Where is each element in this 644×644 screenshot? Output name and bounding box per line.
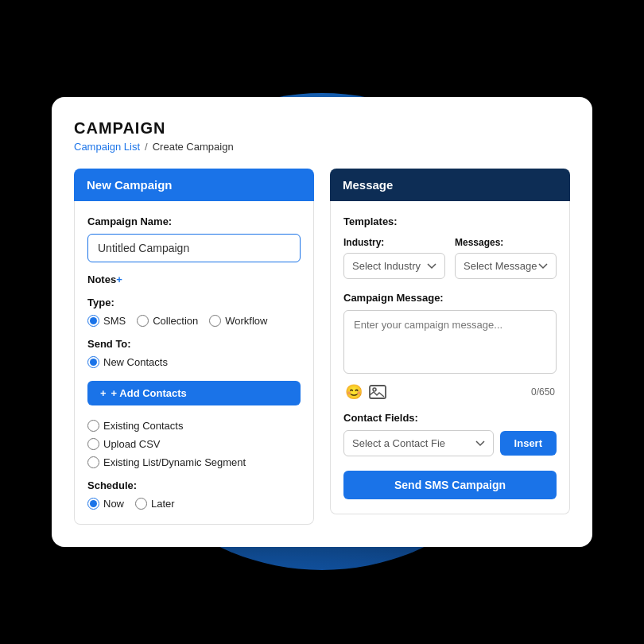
schedule-now-option[interactable]: Now [87, 498, 124, 510]
message-panel-body: Templates: Industry: Select Industry Mes… [330, 201, 570, 514]
industry-select[interactable]: Select Industry [343, 253, 445, 279]
send-to-existing-contacts[interactable]: Existing Contacts [87, 420, 301, 432]
breadcrumb: Campaign List / Create Campaign [74, 141, 570, 153]
type-workflow-option[interactable]: Workflow [209, 315, 267, 327]
notes-plus-icon[interactable]: + [116, 274, 122, 285]
send-to-new-contacts-label: New Contacts [103, 356, 168, 368]
contact-fields-row: Select a Contact Fie Insert [343, 430, 557, 456]
page-title: CAMPAIGN [74, 119, 570, 138]
message-header: Message [330, 169, 570, 201]
industry-col: Industry: Select Industry [343, 237, 445, 279]
type-workflow-label: Workflow [225, 315, 267, 327]
insert-button[interactable]: Insert [500, 431, 557, 456]
type-workflow-radio[interactable] [209, 315, 221, 327]
send-btn-row: Send SMS Campaign [343, 471, 557, 499]
type-label: Type: [87, 297, 301, 308]
notes-row: Notes+ [87, 274, 301, 285]
schedule-now-label: Now [103, 498, 124, 510]
send-campaign-button[interactable]: Send SMS Campaign [343, 471, 557, 499]
type-collection-radio[interactable] [137, 315, 149, 327]
send-to-radio-group: New Contacts + + Add Contacts Existing C… [87, 356, 301, 468]
type-sms-radio[interactable] [87, 315, 99, 327]
send-to-existing-radio[interactable] [87, 420, 99, 432]
breadcrumb-current: Create Campaign [153, 141, 234, 153]
messages-select[interactable]: Select Message [455, 253, 557, 279]
send-to-list-label: Existing List/Dynamic Segment [103, 456, 246, 468]
contact-fields-label: Contact Fields: [343, 412, 557, 424]
left-panel-body: Campaign Name: Notes+ Type: SMS Co [74, 201, 314, 525]
message-textarea[interactable] [343, 310, 557, 374]
char-count: 0/650 [531, 386, 555, 398]
add-contacts-button[interactable]: + + Add Contacts [87, 381, 301, 405]
image-icon[interactable] [369, 385, 386, 399]
type-radio-group: SMS Collection Workflow [87, 315, 301, 327]
campaign-name-label: Campaign Name: [87, 215, 301, 227]
campaign-message-label: Campaign Message: [343, 292, 557, 304]
messages-label: Messages: [455, 237, 557, 248]
messages-col: Messages: Select Message [455, 237, 557, 279]
send-to-existing-label: Existing Contacts [103, 420, 183, 432]
send-to-upload-label: Upload CSV [103, 438, 161, 450]
schedule-later-option[interactable]: Later [135, 498, 175, 510]
main-card: CAMPAIGN Campaign List / Create Campaign… [52, 97, 592, 547]
type-collection-label: Collection [153, 315, 198, 327]
templates-label: Templates: [343, 215, 557, 227]
send-to-list-radio[interactable] [87, 456, 99, 468]
send-to-label: Send To: [87, 338, 301, 350]
notes-label: Notes [87, 274, 116, 285]
send-to-new-contacts-radio[interactable] [87, 356, 99, 368]
emoji-row: 😊 0/650 [343, 383, 557, 401]
template-row: Industry: Select Industry Messages: Sele… [343, 237, 557, 279]
left-panel: New Campaign Campaign Name: Notes+ Type:… [74, 169, 314, 525]
svg-point-1 [373, 388, 376, 391]
image-upload-icon [369, 385, 386, 399]
campaign-name-input[interactable] [87, 234, 301, 262]
schedule-section: Schedule: Now Later [87, 479, 301, 510]
send-to-upload-csv[interactable]: Upload CSV [87, 438, 301, 450]
new-campaign-header: New Campaign [74, 169, 314, 201]
emoji-smiley-icon[interactable]: 😊 [345, 383, 363, 401]
send-to-new-contacts[interactable]: New Contacts [87, 356, 301, 368]
emoji-icons: 😊 [345, 383, 386, 401]
schedule-now-radio[interactable] [87, 498, 99, 510]
contact-field-select[interactable]: Select a Contact Fie [343, 430, 494, 456]
schedule-label: Schedule: [87, 479, 301, 491]
schedule-later-label: Later [151, 498, 175, 510]
type-sms-label: SMS [103, 315, 126, 327]
send-to-section: Send To: New Contacts + + Add Contacts [87, 338, 301, 468]
breadcrumb-separator: / [145, 141, 148, 153]
schedule-later-radio[interactable] [135, 498, 147, 510]
right-panel: Message Templates: Industry: Select Indu… [330, 169, 570, 514]
breadcrumb-link[interactable]: Campaign List [74, 141, 140, 153]
type-section: Type: SMS Collection Workflow [87, 297, 301, 327]
type-collection-option[interactable]: Collection [137, 315, 198, 327]
type-sms-option[interactable]: SMS [87, 315, 126, 327]
send-to-existing-list[interactable]: Existing List/Dynamic Segment [87, 456, 301, 468]
industry-label: Industry: [343, 237, 445, 248]
schedule-radio-group: Now Later [87, 498, 301, 510]
send-to-upload-radio[interactable] [87, 438, 99, 450]
add-contacts-label: + Add Contacts [111, 387, 187, 399]
add-contacts-plus: + [100, 387, 107, 399]
